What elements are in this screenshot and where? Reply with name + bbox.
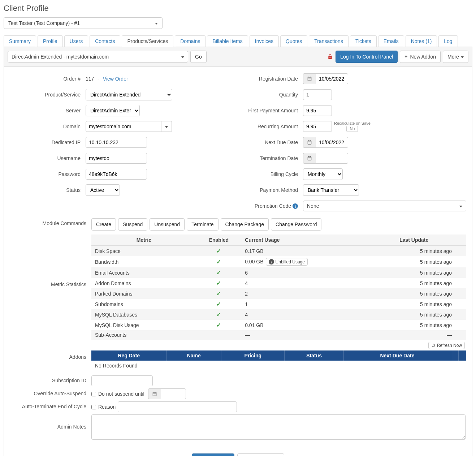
auto-terminate-reason-input[interactable] [118, 401, 237, 412]
tab-log[interactable]: Log [438, 35, 458, 47]
product-select[interactable]: DirectAdmin Extended - mytestdomain.com [8, 51, 188, 63]
first-payment-input[interactable] [303, 105, 332, 116]
auto-terminate-checkbox[interactable] [91, 405, 96, 409]
override-suspend-date-input[interactable] [161, 388, 186, 399]
tab-products-services[interactable]: Products/Services [122, 35, 173, 47]
domain-input[interactable] [86, 121, 161, 132]
auto-terminate-text: Reason [98, 404, 116, 410]
change-package-button[interactable]: Change Package [221, 218, 269, 231]
caret-down-icon [459, 203, 462, 209]
terminate-button[interactable]: Terminate [187, 218, 218, 231]
dedip-label: Dedicated IP [10, 139, 86, 145]
override-suspend-text: Do not suspend until [98, 391, 144, 397]
addons-header-status[interactable]: Status [285, 350, 343, 361]
metric-updated: 5 minutes ago [372, 309, 466, 320]
metrics-header-updated: Last Update [372, 235, 466, 246]
metrics-row: Bandwidth✓0.00 GBiUnbilled Usage5 minute… [91, 256, 466, 267]
tab-notes[interactable]: Notes (1) [406, 35, 437, 47]
client-selector-value: Test Tester (Test Company) - #1 [8, 20, 80, 26]
termination-date-input[interactable] [316, 153, 348, 164]
metric-name: Bandwidth [91, 256, 196, 267]
info-icon[interactable]: i [293, 203, 298, 209]
dedicated-ip-input[interactable] [86, 137, 147, 148]
tab-tickets[interactable]: Tickets [350, 35, 377, 47]
tab-transactions[interactable]: Transactions [309, 35, 349, 47]
tab-domains[interactable]: Domains [175, 35, 205, 47]
metric-usage: 2 [241, 288, 372, 299]
billing-cycle-select[interactable]: Monthly [303, 168, 343, 180]
metric-updated: 5 minutes ago [372, 246, 466, 257]
addons-header-name[interactable]: Name [166, 350, 221, 361]
tab-billable[interactable]: Billable Items [207, 35, 248, 47]
server-select[interactable]: DirectAdmin Extended [86, 105, 140, 116]
metric-enabled: ✓ [196, 288, 242, 299]
admin-notes-label: Admin Notes [10, 414, 91, 430]
subscription-id-input[interactable] [91, 375, 153, 386]
promotion-code-select[interactable]: None [303, 201, 466, 211]
recalc-toggle[interactable]: No [346, 126, 358, 132]
recurring-amount-input[interactable] [303, 121, 332, 132]
tab-quotes[interactable]: Quotes [280, 35, 307, 47]
suspend-button[interactable]: Suspend [118, 218, 147, 231]
view-order-link[interactable]: View Order [103, 76, 128, 82]
addons-header-pricing[interactable]: Pricing [221, 350, 285, 361]
override-suspend-checkbox[interactable] [91, 392, 96, 396]
regdate-label: Registration Date [242, 76, 303, 82]
unsuspend-button[interactable]: Unsuspend [150, 218, 185, 231]
addons-header-action1[interactable] [451, 350, 459, 361]
refresh-now-button[interactable]: Refresh Now [428, 342, 465, 349]
admin-notes-textarea[interactable] [91, 414, 466, 440]
tab-users[interactable]: Users [64, 35, 88, 47]
product-select-value: DirectAdmin Extended - mytestdomain.com [12, 54, 109, 60]
more-button[interactable]: More [443, 51, 468, 63]
metric-usage: 0.00 GBiUnbilled Usage [241, 256, 372, 267]
recalc-label: Recalculate on Save [334, 121, 371, 126]
unbilled-usage-badge[interactable]: iUnbilled Usage [266, 258, 308, 266]
status-select[interactable]: Active [86, 184, 120, 196]
calendar-icon[interactable] [148, 388, 161, 399]
metric-updated: 5 minutes ago [372, 256, 466, 267]
metrics-header-usage: Current Usage [241, 235, 372, 246]
check-icon: ✓ [216, 259, 221, 265]
addons-label: Addons [10, 350, 91, 360]
login-control-panel-button[interactable]: Log In To Control Panel [336, 51, 398, 63]
promo-value: None [307, 203, 319, 209]
tab-summary[interactable]: Summary [4, 35, 36, 47]
calendar-icon[interactable] [303, 153, 316, 164]
addons-header-regdate[interactable]: Reg Date [91, 350, 166, 361]
metric-name: Addon Domains [91, 278, 196, 288]
next-due-input[interactable] [316, 137, 348, 148]
go-button[interactable]: Go [190, 51, 207, 63]
tab-emails[interactable]: Emails [378, 35, 404, 47]
plus-icon [404, 53, 408, 60]
tab-invoices[interactable]: Invoices [250, 35, 279, 47]
metric-updated: 5 minutes ago [372, 288, 466, 299]
calendar-icon[interactable] [303, 73, 316, 84]
addons-header-action2[interactable] [459, 350, 466, 361]
addons-header-nextdue[interactable]: Next Due Date [343, 350, 451, 361]
tab-contacts[interactable]: Contacts [90, 35, 120, 47]
metric-usage: 4 [241, 278, 372, 288]
username-input[interactable] [86, 153, 147, 164]
cancel-changes-button[interactable]: Cancel Changes [237, 453, 284, 456]
lock-icon [327, 53, 333, 60]
new-addon-button[interactable]: New Addon [400, 51, 441, 63]
caret-down-icon [181, 54, 184, 60]
password-input[interactable] [86, 169, 147, 180]
change-password-button[interactable]: Change Password [271, 218, 321, 231]
reg-date-input[interactable] [316, 73, 348, 84]
override-suspend-label: Override Auto-Suspend [10, 388, 91, 396]
client-selector[interactable]: Test Tester (Test Company) - #1 [4, 17, 163, 29]
product-service-select[interactable]: DirectAdmin Extended [86, 89, 172, 100]
create-button[interactable]: Create [91, 218, 116, 231]
product-label: Product/Service [10, 92, 86, 98]
metric-enabled: ✓ [196, 267, 242, 278]
domain-dropdown-button[interactable] [161, 121, 172, 132]
payment-method-select[interactable]: Bank Transfer [303, 184, 359, 196]
password-label: Password [10, 171, 86, 177]
metric-updated: 5 minutes ago [372, 320, 466, 330]
metrics-row: Addon Domains✓45 minutes ago [91, 278, 466, 288]
tab-profile[interactable]: Profile [38, 35, 63, 47]
save-changes-button[interactable]: Save Changes [192, 453, 234, 456]
calendar-icon[interactable] [303, 137, 316, 148]
